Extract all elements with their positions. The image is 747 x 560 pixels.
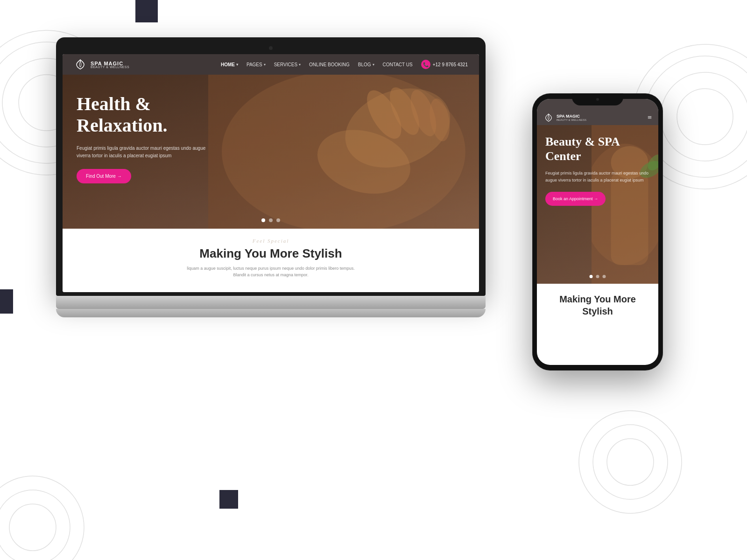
hamburger-icon[interactable]: ≡ xyxy=(648,113,652,122)
phone-logo-name: SPA MAGIC xyxy=(557,114,580,119)
phone-number: +12 9 8765 4321 xyxy=(433,62,468,67)
phone-logo-sub: BEAUTY & WELLNESS xyxy=(557,119,586,121)
deco-square-3 xyxy=(0,289,13,314)
nav-pages[interactable]: PAGES ▾ xyxy=(247,62,266,67)
phone-dot-1[interactable] xyxy=(590,275,593,278)
phone-section-title: Making You More Stylish xyxy=(545,293,650,317)
svg-point-10 xyxy=(0,476,84,560)
laptop-base xyxy=(56,296,486,309)
hero-dot-2[interactable] xyxy=(269,218,273,222)
phone-dot-3[interactable] xyxy=(603,275,606,278)
section-main-title: Making You More Stylish xyxy=(77,246,465,261)
svg-point-9 xyxy=(0,490,70,560)
find-out-more-button[interactable]: Find Out More → xyxy=(77,169,131,183)
laptop-logo: SPA MAGIC BEAUTY & WELLNESS xyxy=(74,58,129,71)
section-description: liquam a augue suscipit, luctus neque pu… xyxy=(182,266,359,278)
svg-point-12 xyxy=(593,425,668,499)
phone-logo: SPA MAGIC BEAUTY & WELLNESS xyxy=(543,112,586,123)
laptop-hero: Health & Relaxation. Feugiat primis ligu… xyxy=(63,75,479,229)
phone-hero-description: Feugiat primis ligula gravida auctor mau… xyxy=(545,170,650,183)
nav-home[interactable]: HOME ▾ xyxy=(221,62,238,67)
hero-description: Feugiat primis ligula gravida auctor mau… xyxy=(77,145,207,160)
laptop-camera xyxy=(269,46,273,50)
phone-camera xyxy=(596,98,599,101)
svg-point-5 xyxy=(661,72,747,161)
deco-square-4 xyxy=(219,490,238,509)
hero-title: Health & Relaxation. xyxy=(77,93,217,136)
nav-contact[interactable]: CONTACT US xyxy=(383,62,413,67)
laptop-device: SPA MAGIC BEAUTY & WELLNESS HOME ▾ PAGES… xyxy=(56,37,486,317)
hero-dots xyxy=(261,218,280,222)
logo-sub: BEAUTY & WELLNESS xyxy=(91,65,129,69)
phone-notch xyxy=(572,93,623,105)
phone-bottom-section: Making You More Stylish xyxy=(537,284,658,327)
phone-hero-title: Beauty & SPA Center xyxy=(545,134,650,163)
laptop-camera-bar xyxy=(63,44,479,52)
logo-icon xyxy=(74,58,87,71)
svg-point-8 xyxy=(9,504,56,551)
svg-point-11 xyxy=(607,439,654,485)
deco-circles-bottom-left xyxy=(0,467,93,560)
laptop-nav: SPA MAGIC BEAUTY & WELLNESS HOME ▾ PAGES… xyxy=(63,54,479,75)
phone-hero-content: Beauty & SPA Center Feugiat primis ligul… xyxy=(537,125,658,215)
nav-online-booking[interactable]: ONLINE BOOKING xyxy=(309,62,350,67)
phone-screen: SPA MAGIC BEAUTY & WELLNESS ≡ xyxy=(537,99,658,365)
phone-icon: 📞 xyxy=(421,60,430,69)
phone-dot-2[interactable] xyxy=(596,275,599,278)
laptop-screen: SPA MAGIC BEAUTY & WELLNESS HOME ▾ PAGES… xyxy=(63,54,479,292)
book-appointment-button[interactable]: Book an Appointment → xyxy=(545,192,606,206)
phone-hero: Beauty & SPA Center Feugiat primis ligul… xyxy=(537,125,658,284)
scene: SPA MAGIC BEAUTY & WELLNESS HOME ▾ PAGES… xyxy=(0,0,747,560)
laptop-bottom-section: Feel Special Making You More Stylish liq… xyxy=(63,229,479,292)
nav-blog[interactable]: BLOG ▾ xyxy=(358,62,374,67)
hero-content: Health & Relaxation. Feugiat primis ligu… xyxy=(63,75,479,193)
nav-phone: 📞 +12 9 8765 4321 xyxy=(421,60,468,69)
phone-device: SPA MAGIC BEAUTY & WELLNESS ≡ xyxy=(532,93,663,371)
phone-bezel: SPA MAGIC BEAUTY & WELLNESS ≡ xyxy=(532,93,663,371)
svg-point-13 xyxy=(579,411,682,513)
deco-square-1 xyxy=(135,0,158,22)
nav-services[interactable]: SERVICES ▾ xyxy=(274,62,301,67)
nav-links: HOME ▾ PAGES ▾ SERVICES ▾ ONLINE BOOKING… xyxy=(221,60,468,69)
hero-dot-3[interactable] xyxy=(276,218,280,222)
laptop-bezel: SPA MAGIC BEAUTY & WELLNESS HOME ▾ PAGES… xyxy=(56,37,486,296)
phone-logo-icon xyxy=(543,112,554,123)
svg-point-4 xyxy=(677,89,733,145)
laptop-foot xyxy=(56,309,486,317)
phone-dots xyxy=(590,275,606,278)
hero-dot-1[interactable] xyxy=(261,218,265,222)
section-subtitle: Feel Special xyxy=(77,238,465,244)
deco-circles-bottom-right xyxy=(570,401,691,523)
